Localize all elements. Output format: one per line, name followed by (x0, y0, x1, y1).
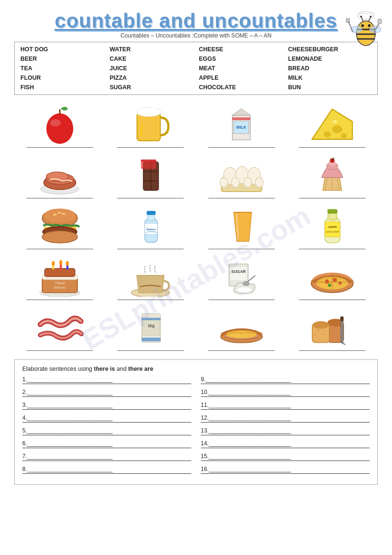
food-item-lemonade: LEMON Limon la Bon (287, 202, 378, 251)
sentence-line-11[interactable]: 11.__________________________ (201, 402, 370, 410)
svg-text:Natùra: Natùra (146, 227, 156, 230)
pizza-image (308, 255, 356, 298)
sentence-line-8[interactable]: 8.___________________________ (22, 466, 191, 474)
svg-text:Birthday: Birthday (54, 286, 65, 290)
svg-marker-29 (233, 108, 251, 115)
answer-line (27, 300, 93, 300)
svg-point-95 (52, 261, 55, 266)
instruction-text: Elaborate sentences using (22, 366, 94, 372)
svg-point-109 (325, 279, 329, 283)
juice-image (218, 204, 265, 247)
svg-point-26 (149, 107, 158, 113)
svg-text:SUGAR: SUGAR (231, 269, 246, 274)
svg-text:MILK: MILK (236, 124, 247, 129)
sentences-col-right: 9.___________________________ 10._______… (201, 376, 370, 479)
sentence-line-4[interactable]: 4.___________________________ (22, 414, 191, 423)
answer-line (117, 249, 184, 249)
svg-rect-74 (147, 211, 156, 215)
svg-rect-116 (141, 313, 160, 318)
answer-line (299, 350, 365, 351)
svg-point-131 (317, 329, 319, 332)
sentence-line-6[interactable]: 6.___________________________ (22, 440, 191, 448)
sentence-line-9[interactable]: 9.___________________________ (201, 376, 370, 384)
water-image: Natùra (127, 204, 174, 247)
food-item-water: Natùra (105, 202, 196, 251)
food-item-meat (14, 151, 105, 200)
svg-point-110 (333, 278, 337, 282)
word-cell: BEER (19, 55, 106, 63)
svg-point-53 (232, 177, 240, 187)
sentences-columns: 1.___________________________ 2.________… (22, 376, 370, 479)
svg-text:Happy: Happy (55, 281, 65, 285)
svg-point-96 (59, 260, 62, 265)
word-cell: CHOCOLATE (197, 83, 284, 92)
answer-line (117, 350, 184, 351)
sentence-line-16[interactable]: 16.__________________________ (201, 466, 370, 474)
answer-line (27, 249, 93, 249)
svg-point-105 (236, 287, 252, 292)
food-item-chocolate (105, 151, 196, 200)
hotdog-image (218, 306, 265, 348)
instruction-bold1: there is (94, 366, 115, 372)
answer-line (117, 300, 184, 300)
svg-text:Limon la Bon: Limon la Bon (326, 230, 339, 233)
svg-text:LEMON: LEMON (328, 226, 337, 228)
svg-point-97 (66, 261, 69, 266)
sentence-line-1[interactable]: 1.___________________________ (22, 376, 191, 384)
svg-point-21 (50, 119, 61, 126)
food-item-cheese (287, 101, 378, 150)
svg-point-35 (324, 131, 331, 137)
food-item-bread (287, 304, 378, 353)
word-cell: MEAT (197, 64, 284, 73)
word-cell: FLOUR (19, 74, 106, 82)
answer-line (27, 147, 93, 148)
sentence-line-5[interactable]: 5.___________________________ (22, 427, 191, 435)
svg-point-55 (255, 177, 263, 187)
beer-image (127, 103, 174, 145)
word-cell: PIZZA (108, 74, 195, 82)
food-item-flour: 1kg (105, 304, 196, 353)
answer-line (299, 300, 365, 300)
word-cell: SUGAR (108, 83, 195, 92)
word-cell: CHEESE (197, 45, 284, 54)
food-item-cheeseburger (14, 202, 105, 251)
sentence-line-7[interactable]: 7.___________________________ (22, 453, 191, 461)
svg-point-71 (42, 231, 77, 243)
answer-line (299, 198, 365, 198)
word-cell: WATER (108, 45, 195, 54)
sentence-line-2[interactable]: 2.___________________________ (22, 389, 191, 397)
svg-point-132 (322, 333, 324, 335)
instruction-and: and (115, 366, 128, 372)
sentence-line-15[interactable]: 15.__________________________ (201, 453, 370, 461)
svg-point-36 (341, 133, 347, 138)
flour-image: 1kg (127, 306, 174, 348)
sentence-line-3[interactable]: 3.___________________________ (22, 402, 191, 410)
sentence-line-13[interactable]: 13.__________________________ (201, 427, 370, 435)
sentence-line-12[interactable]: 12.__________________________ (201, 414, 370, 423)
svg-point-20 (46, 113, 73, 143)
word-cell: MILK (286, 74, 373, 82)
svg-point-68 (58, 211, 61, 213)
svg-point-104 (243, 282, 249, 286)
page-title: countable and uncountables (14, 9, 378, 32)
food-item-cupcake (287, 151, 378, 200)
svg-text:1kg: 1kg (148, 323, 155, 328)
sentence-line-10[interactable]: 10.__________________________ (201, 389, 370, 397)
answer-line (208, 147, 275, 148)
food-item-birthday-cake: Happy Birthday (14, 253, 105, 302)
food-item-tea (105, 253, 196, 302)
word-cell: BUN (286, 83, 373, 92)
food-item-beer (105, 101, 196, 150)
answer-line (117, 147, 184, 148)
sentences-box: Elaborate sentences using there is and t… (14, 359, 378, 485)
image-grid: MILK (14, 101, 378, 353)
answer-line (208, 249, 275, 249)
svg-rect-15 (378, 19, 382, 24)
word-cell: JUICE (108, 64, 195, 73)
sentence-line-14[interactable]: 14.__________________________ (201, 440, 370, 448)
word-cell: CAKE (108, 55, 195, 63)
svg-rect-119 (141, 318, 160, 320)
svg-rect-128 (341, 319, 343, 343)
svg-point-7 (368, 24, 371, 27)
title-area: countable and uncountables Countables – … (14, 9, 378, 39)
